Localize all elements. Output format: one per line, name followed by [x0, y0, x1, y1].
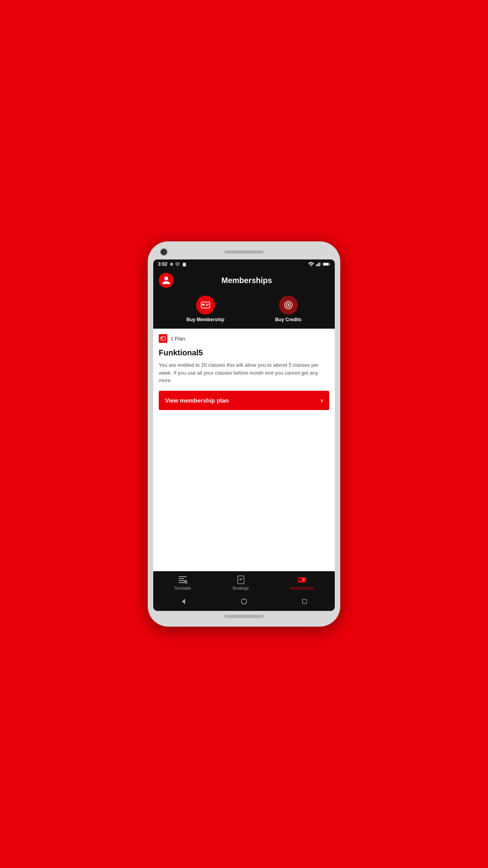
app-header: Memberships — [153, 269, 335, 292]
system-nav — [153, 593, 335, 611]
membership-description: You are entitled to 20 classes this will… — [159, 361, 329, 384]
status-time: 3:02 — [158, 261, 167, 267]
signal-icon — [316, 262, 321, 267]
recents-button[interactable] — [299, 596, 310, 607]
recents-square-icon — [301, 598, 308, 605]
svg-rect-6 — [323, 263, 328, 265]
svg-point-30 — [241, 599, 246, 604]
svg-rect-1 — [316, 265, 317, 267]
buy-credits-label: Buy Credits — [275, 317, 301, 322]
nav-item-timetable[interactable]: Timetable — [174, 575, 191, 590]
memberships-nav-icon — [297, 575, 307, 585]
bookings-icon — [236, 575, 246, 585]
svg-rect-26 — [299, 579, 302, 580]
buy-membership-icon-bg — [196, 296, 215, 314]
svg-rect-18 — [179, 578, 184, 579]
membership-name: Funktional5 — [159, 348, 329, 357]
svg-rect-2 — [317, 263, 318, 266]
plan-card-icon — [160, 336, 166, 341]
buy-membership-label: Buy Membership — [186, 317, 224, 322]
nav-item-memberships[interactable]: Memberships — [290, 575, 314, 590]
quick-actions: Buy Membership Buy Credits — [153, 292, 335, 329]
bookings-nav-label: Bookings — [233, 586, 249, 590]
user-icon — [161, 276, 171, 285]
nav-item-bookings[interactable]: Bookings — [233, 575, 249, 590]
chevron-right-icon: › — [321, 396, 323, 405]
status-right — [308, 262, 330, 267]
timetable-icon — [178, 575, 187, 585]
svg-rect-16 — [161, 338, 163, 339]
phone-screen: 3:02 ⚙ 🛡 📋 — [153, 259, 335, 611]
plan-count: 1 Plan — [171, 336, 185, 342]
membership-card-icon — [200, 300, 211, 310]
timetable-nav-label: Timetable — [174, 586, 191, 590]
credits-icon — [283, 300, 294, 310]
speaker — [224, 250, 264, 254]
back-arrow-icon — [180, 598, 187, 605]
phone-device: 3:02 ⚙ 🛡 📋 — [148, 241, 340, 627]
svg-point-14 — [288, 304, 289, 306]
home-button[interactable] — [238, 596, 250, 607]
avatar[interactable] — [159, 273, 174, 288]
status-left: 3:02 ⚙ 🛡 📋 — [158, 261, 187, 267]
buy-credits-action[interactable]: Buy Credits — [275, 296, 301, 322]
buy-credits-icon-bg — [279, 296, 298, 314]
shield-icon: 🛡 — [176, 262, 180, 267]
buy-membership-action[interactable]: Buy Membership — [186, 296, 224, 322]
phone-bottom-bar — [153, 611, 335, 620]
view-plan-btn-label: View membership plan — [165, 397, 229, 404]
back-button[interactable] — [178, 596, 189, 607]
phone-top-bar — [153, 248, 335, 259]
page-title: Memberships — [179, 276, 314, 285]
bottom-speaker — [224, 615, 264, 618]
sim-icon: 📋 — [182, 262, 187, 267]
camera — [160, 248, 167, 256]
svg-marker-29 — [182, 599, 185, 604]
settings-icon: ⚙ — [170, 262, 173, 267]
home-circle-icon — [240, 598, 248, 605]
view-membership-plan-button[interactable]: View membership plan › — [159, 391, 329, 410]
svg-rect-31 — [303, 600, 307, 604]
main-content: 1 Plan Funktional5 You are entitled to 2… — [153, 329, 335, 571]
svg-rect-4 — [320, 262, 321, 267]
memberships-nav-label: Memberships — [290, 586, 314, 590]
svg-point-0 — [311, 265, 312, 267]
svg-rect-3 — [319, 263, 320, 266]
status-bar: 3:02 ⚙ 🛡 📋 — [153, 259, 335, 269]
plan-icon — [159, 334, 167, 343]
svg-rect-20 — [179, 582, 184, 583]
svg-rect-7 — [329, 264, 330, 265]
bottom-nav: Timetable Bookings Memberships — [153, 571, 335, 593]
wifi-icon — [308, 262, 314, 267]
svg-rect-17 — [179, 576, 187, 577]
svg-rect-9 — [202, 304, 205, 305]
battery-icon — [323, 262, 330, 267]
plan-header: 1 Plan — [159, 334, 329, 343]
